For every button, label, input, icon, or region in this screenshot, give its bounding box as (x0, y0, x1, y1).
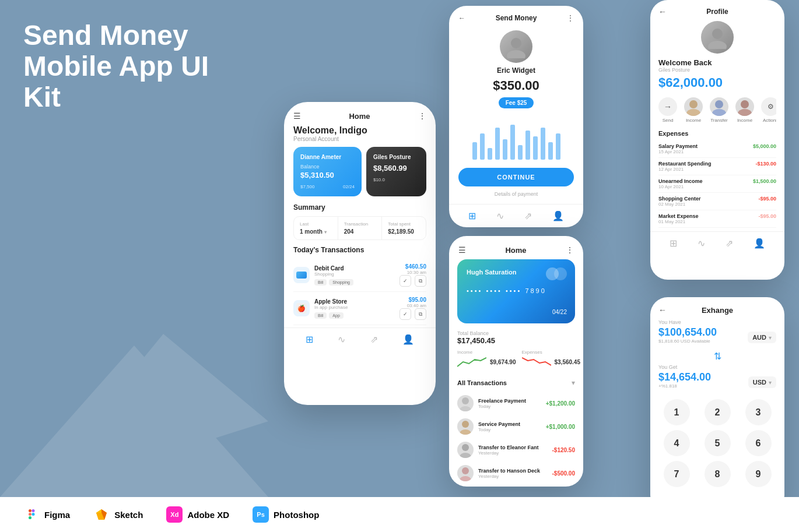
num-btn-8[interactable]: 8 (705, 461, 731, 487)
tx-value: 204 (344, 228, 376, 235)
you-have-amount: $100,654.00 (658, 326, 717, 339)
send-icon-s[interactable]: ⇗ (524, 210, 532, 221)
income1-avatar (684, 97, 703, 116)
copy-icon[interactable]: ⧉ (415, 275, 426, 287)
income-chart (457, 355, 486, 369)
usd-currency[interactable]: USD (753, 379, 766, 386)
phone-main-title: Home (349, 112, 370, 121)
tx1-amount: $460.50 (395, 263, 426, 270)
tx4-row-name: Transfer to Hanson Deck (478, 468, 548, 474)
tx-row-2[interactable]: Service Payment Today +$1,000.00 (449, 415, 583, 438)
numpad: 123456789 (658, 399, 776, 487)
expense-3[interactable]: Unearned Income 10 Apr 2021 $1,500.00 (658, 175, 776, 193)
transaction-item-2[interactable]: 🍎 Apple Store In app purchase Bill App $… (293, 292, 426, 325)
tx3-row-date: Yesterday (478, 450, 548, 456)
more-icon[interactable]: ⋮ (418, 111, 426, 121)
total-balance-label: Total Balance (457, 330, 575, 336)
card1-name: Dianne Ameter (300, 154, 355, 160)
credit-card: Hugh Saturation •••• •••• •••• 7890 04/2… (457, 259, 575, 323)
activity-icon-s[interactable]: ∿ (496, 210, 504, 221)
expense-5[interactable]: Market Expense 01 May 2021 -$95.00 (658, 210, 776, 228)
num-btn-4[interactable]: 4 (664, 430, 690, 456)
apple-store-icon: 🍎 (293, 300, 310, 316)
num-btn-9[interactable]: 9 (745, 461, 772, 487)
total-balance: $17,450.45 (457, 336, 575, 345)
profile-nav-icon[interactable]: 👤 (402, 334, 414, 345)
continue-button[interactable]: CONTINUE (458, 168, 574, 186)
tx-row-4[interactable]: Transfer to Hanson Deck Yesterday -$500.… (449, 461, 583, 485)
more-icon-2[interactable]: ⋮ (566, 245, 574, 255)
hamburger-icon[interactable]: ☰ (293, 111, 301, 121)
svg-point-7 (460, 429, 471, 435)
copy-icon-2[interactable]: ⧉ (415, 308, 426, 320)
transaction-item-1[interactable]: Debit Card Shopping Bill Shopping $460.5… (293, 259, 426, 292)
qa-send[interactable]: → Send (658, 97, 677, 123)
check-icon[interactable]: ✓ (400, 275, 411, 287)
swap-icon[interactable]: ⇅ (658, 351, 776, 362)
spent-value: $2,189.50 (388, 228, 420, 235)
phone-exchange: ← Exhange You Have $100,654.00 $1,818.60… (650, 297, 784, 513)
qa-transfer[interactable]: Transfer (710, 97, 728, 123)
check-icon-2[interactable]: ✓ (400, 308, 411, 320)
tx-row-1[interactable]: Freelance Payment Today +$1,200.00 (449, 392, 583, 415)
tx3-row-amount: -$120.50 (552, 447, 575, 453)
aud-currency[interactable]: AUD (752, 334, 766, 341)
activity-icon-p[interactable]: ∿ (698, 238, 705, 249)
card-expiry: 04/22 (552, 309, 567, 315)
card-blue[interactable]: Dianne Ameter Balance $5,310.50 $7,500 0… (293, 147, 362, 196)
num-btn-7[interactable]: 7 (664, 461, 690, 487)
back-arrow-icon[interactable]: ← (658, 7, 667, 16)
debit-card-icon (293, 267, 310, 283)
xd-icon: Xd (166, 506, 183, 523)
hero-section: Send Money Mobile App UI Kit (0, 0, 274, 532)
svg-point-11 (460, 476, 471, 481)
card1-balance-label: Balance (300, 164, 355, 170)
svg-point-18 (741, 100, 749, 108)
num-btn-5[interactable]: 5 (705, 430, 731, 456)
hamburger-icon-2[interactable]: ☰ (458, 245, 466, 255)
qa-income1[interactable]: Income (684, 97, 703, 123)
exchange-back-icon[interactable]: ← (658, 305, 667, 315)
tag-bill2: Bill (314, 312, 327, 319)
qa-actions[interactable]: ⚙ Actions (761, 97, 776, 123)
svg-point-5 (460, 406, 471, 411)
profile-icon-p[interactable]: 👤 (754, 238, 765, 249)
num-btn-3[interactable]: 3 (745, 399, 772, 425)
home2-title: Home (505, 246, 526, 255)
sketch-icon (93, 506, 110, 523)
expense-1[interactable]: Salary Payment 15 Apr 2021 $5,000.00 (658, 140, 776, 158)
svg-rect-20 (29, 509, 31, 512)
num-btn-1[interactable]: 1 (664, 399, 690, 425)
send-nav-icon[interactable]: ⇗ (370, 334, 378, 345)
transaction-list: Freelance Payment Today +$1,200.00 Servi… (449, 392, 583, 485)
sketch-label: Sketch (114, 510, 143, 520)
home-nav-icon[interactable]: ⊞ (306, 334, 313, 345)
exchange-title: Exhange (671, 306, 763, 315)
tx3-avatar (457, 442, 474, 458)
you-have-label: You Have (658, 319, 776, 325)
actions-icon: ⚙ (761, 97, 776, 116)
home-icon-p[interactable]: ⊞ (670, 238, 677, 249)
expense-2[interactable]: Restaurant Spending 12 Apr 2021 -$130.00 (658, 158, 776, 175)
home-icon-s[interactable]: ⊞ (468, 210, 476, 221)
svg-point-12 (712, 29, 723, 39)
collapse-icon[interactable]: ▾ (572, 379, 575, 387)
you-get-amount: $14,654.00 (658, 371, 711, 383)
tx-row-3[interactable]: Transfer to Eleanor Fant Yesterday -$120… (449, 438, 583, 461)
qa-income2[interactable]: Income (735, 97, 754, 123)
num-btn-2[interactable]: 2 (705, 399, 731, 425)
welcome-back-text: Welcome Back (658, 58, 776, 67)
send-icon-p[interactable]: ⇗ (726, 238, 733, 249)
num-btn-6[interactable]: 6 (745, 430, 772, 456)
svg-point-13 (708, 41, 727, 49)
expense-4[interactable]: Shopping Center 02 May 2021 -$95.00 (658, 193, 776, 210)
account-type: Personal Account (293, 136, 426, 142)
profile-icon-s[interactable]: 👤 (552, 210, 564, 221)
you-get-sub: +%1.818 (658, 383, 711, 389)
activity-nav-icon[interactable]: ∿ (338, 334, 345, 345)
profile-user: Giles Posture (658, 67, 776, 73)
tag-shopping: Shopping (329, 279, 353, 286)
svg-point-14 (689, 100, 698, 108)
tx2-row-date: Today (478, 427, 541, 432)
card-dark[interactable]: Giles Posture $8,560.99 $10.0 (366, 147, 426, 196)
